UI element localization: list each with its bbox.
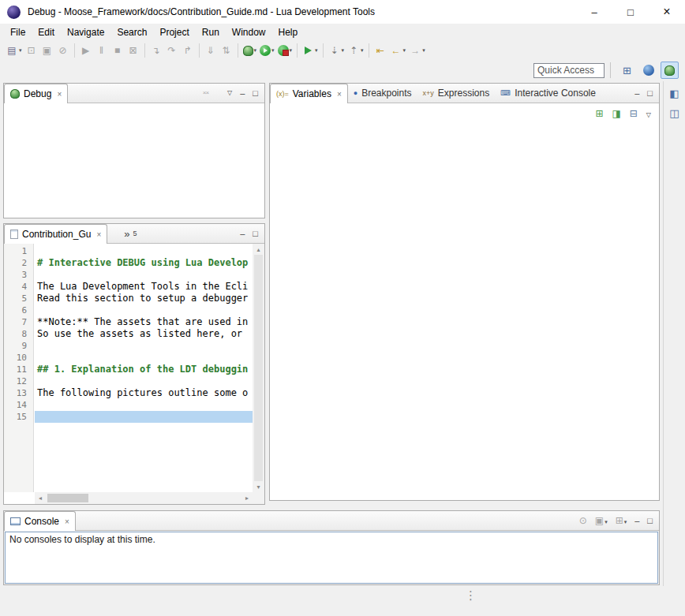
menu-window[interactable]: Window [226, 25, 272, 39]
line-number[interactable]: 8 [4, 328, 27, 340]
menu-project[interactable]: Project [153, 25, 195, 39]
save-all-button[interactable]: ▣ [39, 42, 55, 59]
line-number[interactable]: 11 [4, 364, 27, 375]
external-tools-button[interactable]: ▾ [301, 42, 320, 59]
close-button[interactable]: × [649, 0, 685, 24]
tab-contribution-guide[interactable]: Contribution_Gu × [4, 224, 107, 244]
step-over-button[interactable]: ↷ [164, 42, 180, 59]
code-line-9[interactable] [35, 340, 253, 352]
last-edit-location-button[interactable]: ⇤ [372, 42, 388, 59]
code-line-11[interactable]: ## 1. Explanation of the LDT debuggin [35, 364, 253, 375]
menu-edit[interactable]: Edit [32, 25, 61, 39]
resume-button[interactable]: ▶ [78, 42, 94, 59]
line-number[interactable]: 1 [4, 245, 27, 257]
open-perspective-button[interactable]: ⊞ [618, 62, 636, 79]
code-line-3[interactable] [35, 269, 253, 281]
code-line-10[interactable] [35, 352, 253, 364]
next-annotation-button[interactable]: ⇣▾ [327, 42, 346, 59]
code-line-12[interactable] [35, 375, 253, 387]
open-console-button[interactable]: ⊞▾ [616, 515, 627, 526]
debug-perspective-button[interactable] [661, 62, 679, 79]
line-number[interactable]: 3 [4, 269, 27, 281]
dropdown-arrow-icon[interactable]: ▾ [290, 47, 293, 54]
maximize-view-button[interactable]: □ [647, 517, 653, 525]
terminate-button[interactable]: ■ [110, 42, 125, 59]
display-selected-console-button[interactable]: ▣▾ [595, 515, 608, 526]
editor-vertical-scrollbar[interactable]: ▴ ▾ [253, 244, 264, 492]
line-number[interactable]: 10 [4, 352, 27, 364]
view-menu-button[interactable]: ▽ [227, 90, 232, 96]
scroll-left-icon[interactable]: ◂ [35, 492, 46, 504]
menu-search[interactable]: Search [110, 25, 153, 39]
remove-all-terminated-button[interactable]: ×× [203, 90, 208, 96]
menu-help[interactable]: Help [272, 25, 305, 39]
menu-navigate[interactable]: Navigate [61, 25, 110, 39]
show-type-names-button[interactable]: ⊞ [595, 108, 603, 119]
dropdown-arrow-icon[interactable]: ▾ [271, 47, 275, 54]
show-logical-structures-button[interactable]: ◨ [612, 108, 620, 119]
minimize-view-button[interactable]: – [240, 230, 245, 238]
minimize-view-button[interactable]: – [634, 89, 639, 98]
trim-stack-button-1[interactable]: ◧ [669, 88, 679, 99]
back-button[interactable]: ←▾ [388, 42, 408, 59]
variables-content[interactable] [270, 103, 659, 500]
close-tab-icon[interactable]: × [337, 90, 342, 99]
code-line-1[interactable] [35, 245, 253, 257]
code-line-4[interactable]: The Lua Development Tools in the Ecli [35, 281, 253, 293]
debug-button[interactable]: ▾ [241, 42, 259, 59]
maximize-view-button[interactable]: □ [253, 230, 258, 238]
new-wizard-button[interactable]: ▤▾ [4, 42, 24, 59]
tab-variables[interactable]: (x)=Variables× [270, 84, 348, 103]
suspend-button[interactable]: ‖ [94, 42, 110, 59]
coverage-button[interactable]: ▾ [276, 42, 294, 59]
dropdown-arrow-icon[interactable]: ▾ [361, 47, 364, 54]
scroll-up-icon[interactable]: ▴ [253, 244, 264, 255]
line-number[interactable]: 2 [4, 257, 27, 269]
code-line-6[interactable] [35, 304, 253, 316]
editor-horizontal-scrollbar[interactable]: ◂ ▸ [35, 492, 253, 504]
code-line-7[interactable]: **Note:** The assets that are used in [35, 316, 253, 328]
debug-view-content[interactable] [4, 103, 264, 218]
run-button[interactable]: ▾ [258, 42, 276, 59]
save-button[interactable]: ⊡ [24, 42, 39, 59]
dropdown-arrow-icon[interactable]: ▾ [403, 47, 406, 54]
scroll-right-icon[interactable]: ▸ [241, 492, 253, 504]
line-number[interactable]: 6 [4, 304, 27, 316]
step-return-button[interactable]: ↱ [180, 42, 196, 59]
maximize-button[interactable]: □ [612, 0, 649, 24]
close-tab-icon[interactable]: × [57, 90, 62, 99]
line-number[interactable]: 5 [4, 293, 27, 304]
code-line-2[interactable]: # Interactive DEBUG using Lua Develop [35, 257, 253, 269]
code-line-15[interactable] [35, 411, 253, 423]
dropdown-arrow-icon[interactable]: ▾ [315, 47, 318, 54]
dropdown-arrow-icon[interactable]: ▾ [254, 47, 257, 54]
minimize-view-button[interactable]: – [240, 89, 245, 98]
code-line-13[interactable]: The following pictures outline some o [35, 387, 253, 399]
editor-code[interactable]: # Interactive DEBUG using Lua DevelopThe… [35, 244, 253, 492]
step-into-button[interactable]: ↴ [148, 42, 164, 59]
line-number[interactable]: 7 [4, 316, 27, 328]
dropdown-arrow-icon[interactable]: ▾ [422, 47, 425, 54]
minimize-button[interactable]: – [576, 0, 612, 24]
editor-tab-overflow[interactable]: »5 [118, 224, 142, 243]
close-tab-icon[interactable]: × [96, 230, 101, 239]
line-number[interactable]: 12 [4, 375, 27, 387]
trim-stack-button-2[interactable]: ◫ [669, 107, 679, 119]
quick-access-input[interactable] [533, 63, 605, 78]
tab-console[interactable]: Console × [4, 511, 76, 531]
view-menu-button[interactable]: ▽ [646, 108, 651, 119]
disconnect-button[interactable]: ⊠ [125, 42, 141, 59]
line-number[interactable]: 13 [4, 387, 27, 399]
line-number[interactable]: 9 [4, 340, 27, 352]
lua-perspective-button[interactable] [639, 62, 657, 79]
tab-expressions[interactable]: x+yExpressions [417, 84, 496, 103]
line-number[interactable]: 15 [4, 411, 27, 423]
editor-gutter[interactable]: 123456789101112131415 [4, 244, 34, 492]
maximize-view-button[interactable]: □ [647, 89, 653, 98]
skip-all-breakpoints-button[interactable]: ⊘ [55, 42, 71, 59]
close-tab-icon[interactable]: × [65, 517, 69, 526]
previous-annotation-button[interactable]: ⇡▾ [346, 42, 365, 59]
line-number[interactable]: 14 [4, 399, 27, 411]
code-line-5[interactable]: Read this section to setup a debugger [35, 293, 253, 304]
status-grip[interactable]: ⋮ [465, 588, 477, 603]
